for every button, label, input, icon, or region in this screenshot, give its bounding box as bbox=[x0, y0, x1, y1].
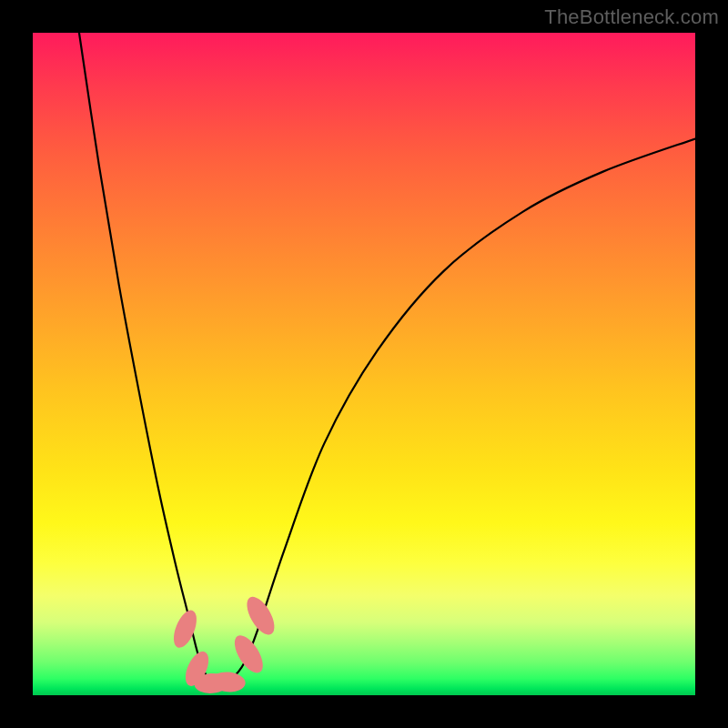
watermark-text: TheBottleneck.com bbox=[544, 5, 719, 29]
curve-marker bbox=[229, 631, 268, 677]
curve-marker bbox=[241, 592, 279, 639]
plot-area bbox=[33, 33, 695, 695]
curve-marker bbox=[169, 607, 201, 651]
bottleneck-curve bbox=[79, 33, 695, 682]
chart-overlay bbox=[33, 33, 695, 695]
chart-frame: TheBottleneck.com bbox=[0, 0, 728, 728]
